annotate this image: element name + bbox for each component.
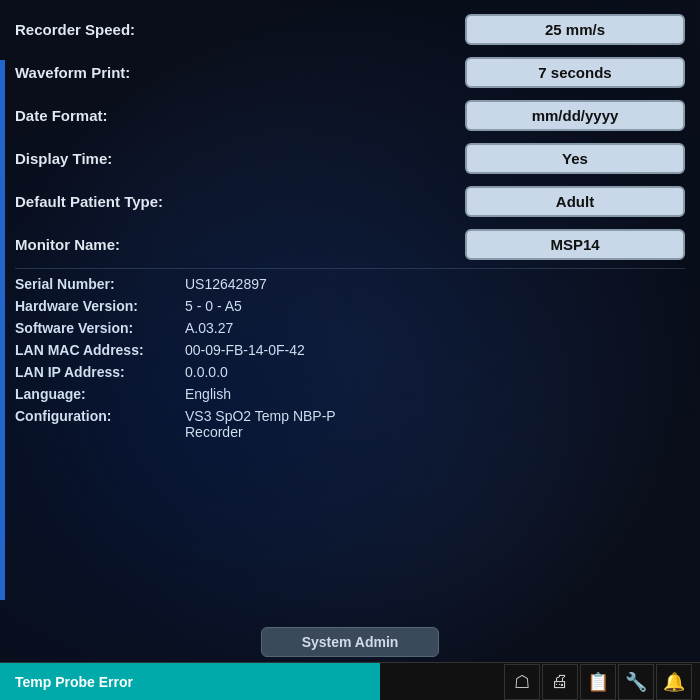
software-version-row: Software Version: A.03.27 [15, 317, 685, 339]
status-bar: Temp Probe Error ☖ 🖨 📋 🔧 🔔 [0, 662, 700, 700]
clipboard-icon-button[interactable]: 📋 [580, 664, 616, 700]
display-time-label: Display Time: [15, 150, 215, 167]
wrench-icon: 🔧 [625, 671, 647, 693]
date-format-value[interactable]: mm/dd/yyyy [465, 100, 685, 131]
recorder-speed-label: Recorder Speed: [15, 21, 215, 38]
lan-mac-row: LAN MAC Address: 00-09-FB-14-0F-42 [15, 339, 685, 361]
recorder-speed-row: Recorder Speed: 25 mm/s [15, 10, 685, 51]
hardware-version-row: Hardware Version: 5 - 0 - A5 [15, 295, 685, 317]
language-row: Language: English [15, 383, 685, 405]
lan-mac-value: 00-09-FB-14-0F-42 [185, 342, 305, 358]
language-value: English [185, 386, 231, 402]
software-version-value: A.03.27 [185, 320, 233, 336]
settings-icon-button[interactable]: 🔧 [618, 664, 654, 700]
print-icon-button[interactable]: 🖨 [542, 664, 578, 700]
bell-icon: 🔔 [663, 671, 685, 693]
configuration-label: Configuration: [15, 408, 185, 424]
alarm-icon-button[interactable]: 🔔 [656, 664, 692, 700]
waveform-print-row: Waveform Print: 7 seconds [15, 51, 685, 94]
status-icons-group: ☖ 🖨 📋 🔧 🔔 [496, 664, 700, 700]
system-admin-button[interactable]: System Admin [261, 627, 440, 657]
serial-number-value: US12642897 [185, 276, 267, 292]
lan-ip-label: LAN IP Address: [15, 364, 185, 380]
hardware-version-label: Hardware Version: [15, 298, 185, 314]
clipboard-icon: 📋 [587, 671, 609, 693]
serial-number-label: Serial Number: [15, 276, 185, 292]
person-icon: ☖ [514, 671, 530, 693]
monitor-name-row: Monitor Name: MSP14 [15, 223, 685, 266]
date-format-row: Date Format: mm/dd/yyyy [15, 94, 685, 137]
person-icon-button[interactable]: ☖ [504, 664, 540, 700]
serial-number-row: Serial Number: US12642897 [15, 273, 685, 295]
settings-rows: Waveform Print: 7 seconds Date Format: m… [15, 51, 685, 266]
lan-ip-value: 0.0.0.0 [185, 364, 228, 380]
device-info-section: Serial Number: US12642897 Hardware Versi… [15, 273, 685, 443]
settings-content: Recorder Speed: 25 mm/s Waveform Print: … [0, 0, 700, 619]
language-label: Language: [15, 386, 185, 402]
lan-mac-label: LAN MAC Address: [15, 342, 185, 358]
section-divider [15, 268, 685, 269]
display-time-value[interactable]: Yes [465, 143, 685, 174]
admin-area: System Admin [0, 619, 700, 662]
patient-type-row: Default Patient Type: Adult [15, 180, 685, 223]
configuration-row: Configuration: VS3 SpO2 Temp NBP-PRecord… [15, 405, 685, 443]
lan-ip-row: LAN IP Address: 0.0.0.0 [15, 361, 685, 383]
monitor-name-label: Monitor Name: [15, 236, 215, 253]
configuration-value: VS3 SpO2 Temp NBP-PRecorder [185, 408, 336, 440]
temp-probe-error-alert: Temp Probe Error [0, 663, 380, 700]
waveform-print-label: Waveform Print: [15, 64, 215, 81]
printer-icon: 🖨 [551, 671, 569, 692]
waveform-print-value[interactable]: 7 seconds [465, 57, 685, 88]
display-time-row: Display Time: Yes [15, 137, 685, 180]
patient-type-label: Default Patient Type: [15, 193, 215, 210]
monitor-name-value[interactable]: MSP14 [465, 229, 685, 260]
patient-type-value[interactable]: Adult [465, 186, 685, 217]
hardware-version-value: 5 - 0 - A5 [185, 298, 242, 314]
date-format-label: Date Format: [15, 107, 215, 124]
main-screen: Recorder Speed: 25 mm/s Waveform Print: … [0, 0, 700, 700]
software-version-label: Software Version: [15, 320, 185, 336]
recorder-speed-value[interactable]: 25 mm/s [465, 14, 685, 45]
